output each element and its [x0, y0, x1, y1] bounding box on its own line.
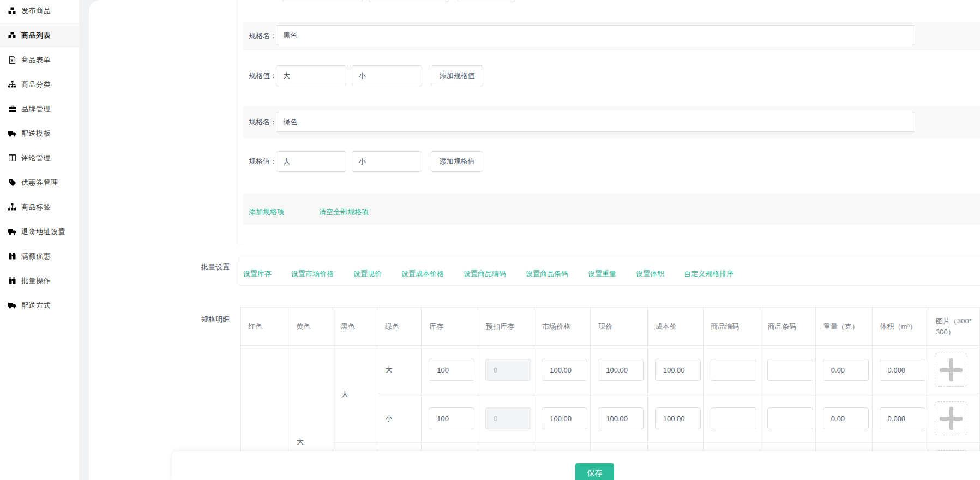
sidebar-item[interactable]: 优惠券管理 — [0, 170, 79, 195]
image-upload-box[interactable] — [935, 401, 967, 435]
batch-link[interactable]: 设置商品条码 — [526, 269, 568, 279]
image-upload-box[interactable] — [935, 353, 967, 387]
column-header: 黄色 — [288, 308, 333, 346]
sidebar-item-label: 配送模板 — [21, 129, 51, 139]
table-cell-input[interactable] — [880, 359, 925, 381]
image-cell — [928, 394, 980, 443]
spec-value-cell: 大 — [377, 346, 422, 394]
column-header: 红色 — [241, 308, 288, 346]
sidebar-item[interactable]: 发布商品 — [0, 0, 79, 23]
partial-spec-value-input[interactable] — [282, 0, 363, 2]
table-input-cell — [647, 346, 703, 394]
save-button[interactable]: 保存 — [575, 463, 614, 480]
spec-name-input[interactable] — [276, 25, 915, 45]
sidebar-item[interactable]: 商品标签 — [0, 195, 79, 219]
batch-link[interactable]: 设置重量 — [588, 269, 616, 279]
sidebar-item-label: 配送方式 — [21, 301, 51, 310]
batch-link[interactable]: 设置体积 — [636, 269, 664, 279]
spec-name-label: 规格名： — [249, 118, 277, 127]
table-row: 大大大 — [241, 346, 980, 394]
column-header: 现价 — [591, 308, 647, 346]
sidebar-item[interactable]: 商品表单 — [0, 47, 79, 72]
table-input-cell — [760, 346, 815, 394]
binoculars-icon — [8, 252, 17, 260]
binoculars-icon — [8, 277, 17, 285]
sidebar-item[interactable]: 满额优惠 — [0, 244, 79, 268]
briefcase-icon — [8, 105, 17, 113]
table-cell-input[interactable] — [542, 407, 587, 429]
sidebar-item-label: 满额优惠 — [21, 251, 51, 261]
batch-link[interactable]: 设置现价 — [353, 269, 382, 279]
table-cell-input[interactable] — [598, 359, 644, 381]
table-cell-input[interactable] — [598, 407, 644, 429]
sidebar-item[interactable]: 配送模板 — [0, 121, 79, 146]
table-input-cell — [422, 394, 478, 443]
sidebar-item[interactable]: 评论管理 — [0, 146, 79, 170]
table-input-cell — [815, 346, 872, 394]
table-cell-input[interactable] — [655, 407, 701, 429]
sidebar-item-label: 商品列表 — [21, 31, 51, 40]
spec-value-input[interactable] — [352, 151, 422, 172]
table-cell-input[interactable] — [767, 359, 813, 381]
batch-link[interactable]: 设置商品编码 — [464, 269, 506, 279]
table-cell-input[interactable] — [880, 407, 925, 429]
spec-value-input[interactable] — [352, 65, 422, 86]
sidebar-item-label: 评论管理 — [21, 153, 51, 163]
sidebar-item[interactable]: 商品分类 — [0, 72, 79, 97]
reserved-stock-input — [485, 359, 531, 381]
spec-value-cell: 小 — [377, 394, 422, 443]
table-input-cell — [591, 394, 647, 443]
sidebar-item[interactable]: 配送方式 — [0, 293, 79, 317]
table-cell-input[interactable] — [429, 407, 474, 429]
table-input-cell — [760, 394, 815, 443]
table-cell-input[interactable] — [711, 407, 756, 429]
table-cell-input[interactable] — [823, 359, 869, 381]
clear-all-spec-link[interactable]: 清空全部规格项 — [319, 207, 369, 217]
sidebar: 发布商品商品列表商品表单商品分类品牌管理配送模板评论管理优惠券管理商品标签退货地… — [0, 0, 79, 480]
batch-link[interactable]: 设置成本价格 — [401, 269, 444, 279]
sidebar-item-label: 批量操作 — [21, 276, 51, 286]
add-spec-value-button[interactable]: 添加规格值 — [431, 65, 483, 86]
sidebar-item[interactable]: 批量操作 — [0, 268, 79, 293]
spec-value-text: 大 — [297, 437, 304, 447]
spec-value-input[interactable] — [276, 151, 346, 172]
batch-link[interactable]: 设置库存 — [243, 269, 272, 279]
sidebar-item[interactable]: 商品列表 — [0, 23, 79, 47]
sidebar-item-label: 品牌管理 — [21, 104, 51, 114]
page: 规格名： 规格值： 添加规格值 规格名： 规格值： 添加规格值 添加规格项 清空… — [0, 0, 980, 480]
batch-link[interactable]: 设置市场价格 — [291, 269, 334, 279]
table-cell-input[interactable] — [767, 407, 813, 429]
table-input-cell — [815, 394, 872, 443]
column-header: 预扣库存 — [478, 308, 534, 346]
table-cell-input[interactable] — [655, 359, 701, 381]
main-content: 规格名： 规格值： 添加规格值 规格名： 规格值： 添加规格值 添加规格项 清空… — [89, 0, 980, 480]
truck-icon — [8, 227, 17, 236]
batch-settings-box: 设置库存设置市场价格设置现价设置成本价格设置商品编码设置商品条码设置重量设置体积… — [239, 257, 980, 286]
table-cell-input[interactable] — [542, 359, 587, 381]
table-cell-input[interactable] — [711, 359, 756, 381]
spec-name-input[interactable] — [276, 112, 915, 132]
table-cell-input[interactable] — [823, 407, 869, 429]
plus-icon — [949, 407, 953, 430]
spec-value-input[interactable] — [276, 65, 346, 86]
table-cell-input[interactable] — [429, 359, 474, 381]
column-header: 商品编码 — [703, 308, 760, 346]
truck-icon — [8, 129, 17, 137]
column-header: 市场价格 — [534, 308, 591, 346]
partial-spec-value-input[interactable] — [369, 0, 449, 2]
sidebar-item[interactable]: 品牌管理 — [0, 97, 79, 121]
plus-icon — [949, 358, 953, 381]
batch-settings-label: 批量设置 — [201, 262, 230, 272]
add-spec-value-button[interactable]: 添加规格值 — [431, 151, 483, 172]
partial-add-value-button[interactable] — [458, 0, 515, 2]
column-header: 黑色 — [333, 308, 377, 346]
column-header: 成本价 — [647, 308, 703, 346]
add-spec-item-link[interactable]: 添加规格项 — [249, 207, 284, 217]
sidebar-item[interactable]: 退货地址设置 — [0, 219, 79, 244]
sitemap-icon — [8, 80, 17, 88]
sidebar-item-label: 商品表单 — [21, 55, 51, 65]
table-input-cell — [703, 394, 760, 443]
spec-value-cell: 大 — [333, 346, 377, 443]
sitemap-icon — [8, 203, 17, 211]
batch-link[interactable]: 自定义规格排序 — [684, 269, 734, 279]
